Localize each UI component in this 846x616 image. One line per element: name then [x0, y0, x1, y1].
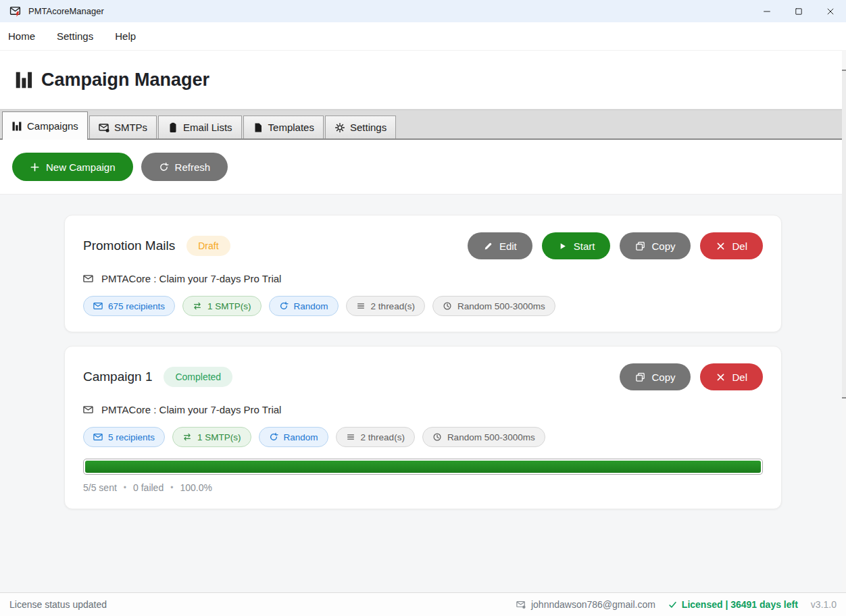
status-message: License status updated [9, 599, 107, 610]
toolbar: New CampaignRefresh [0, 140, 846, 195]
chip-label: 1 SMTP(s) [207, 301, 251, 311]
window-close-button[interactable] [814, 0, 846, 22]
window-controls [751, 0, 846, 22]
campaign-subject-text: PMTACore : Claim your 7-days Pro Trial [101, 273, 281, 284]
campaign-card-header: Promotion MailsDraftEditStartCopyDel [83, 232, 763, 259]
bullet-separator: • [170, 483, 173, 492]
window-maximize-button[interactable] [782, 0, 814, 22]
x-icon [716, 241, 726, 251]
bar-chart-icon [11, 121, 22, 132]
rotate-icon [269, 432, 278, 442]
button-label: Refresh [175, 161, 211, 173]
rotation-chip: Random [259, 427, 328, 447]
chip-label: 675 recipients [108, 301, 165, 311]
tab-settings[interactable]: Settings [325, 116, 396, 138]
copy-button[interactable]: Copy [620, 363, 691, 390]
menu-settings[interactable]: Settings [46, 22, 104, 50]
tab-label: Templates [268, 122, 314, 133]
refresh-icon [159, 162, 169, 172]
button-label: New Campaign [46, 161, 116, 173]
edit-button[interactable]: Edit [468, 232, 532, 259]
menu-help[interactable]: Help [104, 22, 147, 50]
chip-label: 2 thread(s) [361, 432, 405, 442]
status-bar: License status updated johnndawson786@gm… [0, 592, 846, 616]
chip-label: Random [284, 432, 318, 442]
envelope-at-icon [516, 600, 526, 609]
tab-smtps[interactable]: SMTPs [89, 116, 157, 138]
campaign-card: Promotion MailsDraftEditStartCopyDelPMTA… [64, 215, 782, 332]
play-icon [557, 241, 568, 251]
license-status: Licensed | 36491 days left [668, 599, 798, 610]
envelope-icon [83, 405, 93, 415]
page-title: Campaign Manager [41, 70, 209, 91]
bar-chart-icon [14, 70, 34, 90]
campaign-name: Promotion Mails [83, 238, 175, 253]
campaign-subject: PMTACore : Claim your 7-days Pro Trial [83, 404, 763, 415]
delay-chip: Random 500-3000ms [422, 427, 545, 447]
rotate-icon [279, 301, 289, 311]
campaign-card-header: Campaign 1CompletedCopyDel [83, 363, 763, 390]
progress-status-part: 0 failed [133, 482, 164, 493]
check-icon [668, 600, 677, 609]
window-title: PMTAcoreManager [28, 6, 104, 16]
threads-icon [346, 432, 355, 442]
scrollbar-thumb[interactable] [842, 70, 846, 399]
bullet-separator: • [124, 483, 126, 492]
scrollbar-track[interactable] [842, 50, 846, 592]
smtp-chip: 1 SMTP(s) [182, 296, 262, 316]
tab-strip: CampaignsSMTPsEmail ListsTemplatesSettin… [0, 109, 846, 140]
tab-campaigns[interactable]: Campaigns [2, 111, 88, 140]
progress-status-text: 5/5 sent•0 failed•100.0% [83, 482, 763, 493]
clock-icon [443, 301, 452, 311]
swap-icon [182, 432, 192, 442]
tab-templates[interactable]: Templates [243, 116, 324, 138]
del-button[interactable]: Del [700, 232, 763, 259]
tab-label: Email Lists [183, 122, 232, 133]
refresh-button[interactable]: Refresh [141, 153, 228, 181]
chip-label: Random 500-3000ms [447, 432, 535, 442]
envelope-icon [83, 274, 93, 284]
pencil-icon [483, 241, 493, 251]
clock-icon [432, 432, 442, 442]
menu-bar: HomeSettingsHelp [0, 22, 846, 51]
gear-icon [334, 122, 345, 133]
progress-bar-fill [85, 461, 761, 473]
copy-icon [635, 241, 645, 251]
window-minimize-button[interactable] [751, 0, 782, 22]
campaign-chips: 675 recipients1 SMTP(s)Random2 thread(s)… [83, 296, 763, 316]
clipboard-icon [168, 122, 178, 133]
button-label: Copy [651, 371, 675, 383]
title-bar: PMTAcoreManager [0, 0, 846, 22]
button-label: Del [732, 371, 747, 383]
threads-chip: 2 thread(s) [336, 427, 415, 447]
button-label: Start [574, 240, 595, 252]
account-email-text: johnndawson786@gmail.com [531, 599, 655, 610]
recipients-chip: 5 recipients [83, 427, 165, 447]
status-bar-right: johnndawson786@gmail.com Licensed | 3649… [516, 599, 837, 610]
progress-bar [83, 459, 763, 475]
start-button[interactable]: Start [542, 232, 611, 259]
menu-home[interactable]: Home [0, 22, 46, 50]
smtp-chip: 1 SMTP(s) [172, 427, 251, 447]
chip-label: 5 recipients [108, 432, 155, 442]
progress-status-part: 5/5 sent [83, 482, 117, 493]
tab-label: SMTPs [114, 122, 147, 133]
swap-icon [193, 301, 202, 311]
button-label: Edit [499, 240, 517, 252]
status-badge: Completed [164, 367, 232, 387]
threads-icon [356, 301, 366, 311]
x-icon [716, 372, 726, 382]
campaign-subject: PMTACore : Claim your 7-days Pro Trial [83, 273, 763, 284]
chip-label: Random [294, 301, 328, 311]
app-version: v3.1.0 [811, 599, 837, 610]
envelope-icon [93, 432, 103, 442]
del-button[interactable]: Del [700, 363, 763, 390]
campaign-actions: EditStartCopyDel [468, 232, 763, 259]
new-campaign-button[interactable]: New Campaign [12, 153, 133, 181]
chip-label: 2 thread(s) [371, 301, 415, 311]
campaign-list: Promotion MailsDraftEditStartCopyDelPMTA… [0, 195, 846, 596]
tab-email-lists[interactable]: Email Lists [158, 116, 242, 138]
button-label: Copy [651, 240, 675, 252]
campaign-card: Campaign 1CompletedCopyDelPMTACore : Cla… [64, 346, 782, 509]
copy-button[interactable]: Copy [620, 232, 691, 259]
